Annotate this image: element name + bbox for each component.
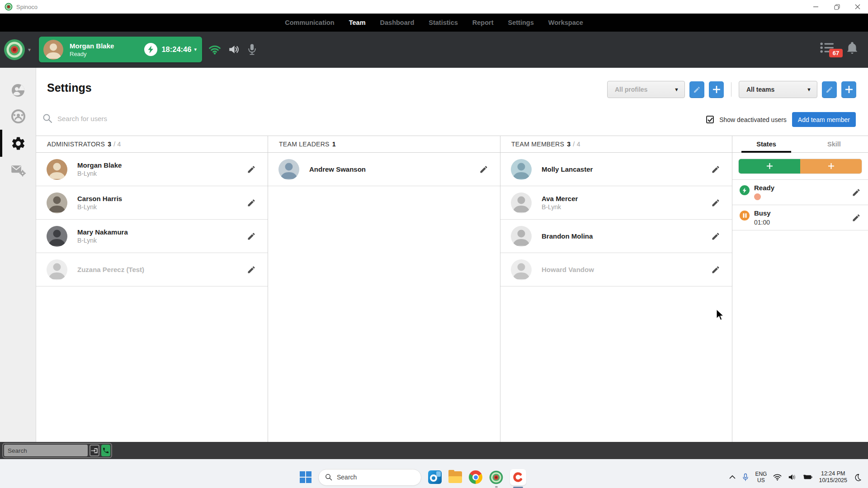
taskbar-spinoco[interactable]: [489, 470, 503, 484]
tab-states[interactable]: States: [732, 136, 800, 152]
user-name: Mary Nakamura: [77, 228, 128, 236]
edit-icon[interactable]: [852, 188, 861, 197]
current-user-card[interactable]: Morgan Blake Ready 18:24:46 ▾: [39, 37, 202, 62]
spinoco-target-icon: [4, 39, 25, 61]
add-team-button[interactable]: [841, 81, 856, 98]
tray-volume[interactable]: [788, 474, 796, 481]
bottom-call-bar: [0, 442, 868, 459]
tray-wifi[interactable]: [773, 474, 782, 481]
avatar: [278, 159, 299, 180]
tray-clock[interactable]: 12:24 PM 10/15/2025: [819, 470, 847, 484]
state-row-ready[interactable]: Ready: [732, 180, 868, 205]
tray-battery[interactable]: [802, 474, 812, 480]
nav-settings[interactable]: Settings: [508, 19, 534, 26]
edit-icon[interactable]: [247, 265, 256, 274]
edit-icon[interactable]: [711, 198, 720, 207]
windows-taskbar: Search: [0, 459, 868, 488]
user-name: Andrew Swanson: [309, 165, 366, 174]
edit-icon[interactable]: [852, 213, 861, 222]
nav-report[interactable]: Report: [472, 19, 494, 26]
user-row[interactable]: Howard Vandow: [500, 253, 732, 286]
user-row[interactable]: Andrew Swanson: [268, 153, 500, 186]
add-busy-state-button[interactable]: [800, 159, 862, 174]
teams-dropdown-value: All teams: [746, 86, 774, 93]
user-row[interactable]: Molly Lancaster: [500, 153, 732, 186]
taskbar-outlook[interactable]: [428, 470, 442, 484]
show-deactivated-checkbox[interactable]: [706, 116, 714, 123]
moon-icon: [854, 473, 862, 482]
nav-statistics[interactable]: Statistics: [429, 19, 458, 26]
filter-controls: All profiles ▼ All teams ▼: [607, 81, 856, 98]
brand-menu[interactable]: ▾: [4, 39, 31, 61]
dial-search-input[interactable]: [4, 445, 88, 456]
user-row[interactable]: Morgan Blake B-Lynk: [36, 153, 268, 186]
taskbar-file-explorer[interactable]: [448, 471, 462, 483]
speaker-icon[interactable]: [228, 44, 240, 55]
transfer-icon: [90, 447, 98, 454]
sidebar-item-settings[interactable]: [0, 136, 36, 151]
add-ready-state-button[interactable]: [739, 159, 800, 174]
edit-icon[interactable]: [711, 165, 720, 174]
column-count: 3: [567, 141, 571, 148]
add-profile-button[interactable]: [709, 81, 724, 98]
microphone-icon[interactable]: [247, 43, 257, 56]
nav-communication[interactable]: Communication: [285, 19, 335, 26]
user-row[interactable]: Zuzana Perecz (Test): [36, 253, 268, 286]
profiles-dropdown[interactable]: All profiles ▼: [607, 81, 685, 98]
ready-state-icon: [144, 43, 157, 56]
team-members-column: TEAM MEMBERS 3 / 4 Molly Lancaster: [500, 136, 732, 442]
edit-icon[interactable]: [247, 232, 256, 241]
start-button[interactable]: [300, 471, 311, 483]
battery-icon: [802, 474, 812, 480]
call-button[interactable]: [101, 445, 110, 456]
administrators-column: ADMINISTRATORS 3 / 4 Morgan Blake B-Lynk: [36, 136, 268, 442]
chevron-down-icon[interactable]: ▾: [194, 47, 197, 52]
user-row[interactable]: Brandon Molina: [500, 220, 732, 253]
wifi-icon[interactable]: [209, 45, 221, 55]
bell-icon[interactable]: [846, 42, 858, 54]
quick-dial-widget: [2, 443, 112, 458]
left-sidebar: [0, 68, 36, 442]
clock-date: 10/15/2025: [819, 477, 847, 484]
chevron-down-icon: ▼: [674, 87, 679, 92]
user-info: Morgan Blake Ready: [70, 42, 144, 58]
teams-dropdown[interactable]: All teams ▼: [739, 81, 817, 98]
tray-overflow-chevron[interactable]: [729, 475, 736, 479]
edit-icon[interactable]: [711, 232, 720, 241]
edit-teams-button[interactable]: [822, 81, 837, 98]
search-icon: [325, 474, 332, 481]
user-row[interactable]: Ava Mercer B-Lynk: [500, 186, 732, 220]
nav-dashboard[interactable]: Dashboard: [380, 19, 415, 26]
tray-night-mode[interactable]: [854, 473, 862, 482]
sidebar-item-team[interactable]: [0, 109, 36, 123]
sidebar-item-mail-settings[interactable]: [0, 164, 36, 177]
transfer-button[interactable]: [90, 445, 99, 456]
plus-icon: [767, 163, 773, 169]
restore-button[interactable]: [826, 0, 847, 14]
state-row-busy[interactable]: Busy 01:00: [732, 205, 868, 230]
edit-profiles-button[interactable]: [689, 81, 704, 98]
nav-team[interactable]: Team: [349, 19, 366, 26]
edit-icon[interactable]: [479, 165, 488, 174]
status-timer: 18:24:46: [161, 45, 191, 54]
sidebar-item-profile[interactable]: [0, 83, 36, 98]
edit-icon[interactable]: [247, 165, 256, 174]
nav-workspace[interactable]: Workspace: [548, 19, 583, 26]
tray-microphone[interactable]: [742, 473, 749, 482]
minimize-button[interactable]: [806, 0, 826, 14]
edit-icon[interactable]: [711, 265, 720, 274]
add-team-member-button[interactable]: Add team member: [792, 112, 856, 127]
tray-language[interactable]: ENG US: [755, 471, 767, 483]
edit-icon[interactable]: [247, 198, 256, 207]
search-users-input[interactable]: [57, 115, 329, 122]
taskbar-chrome[interactable]: [469, 470, 482, 484]
user-row[interactable]: Mary Nakamura B-Lynk: [36, 220, 268, 253]
tab-skill[interactable]: Skill: [800, 136, 868, 152]
queue-menu[interactable]: 67: [820, 42, 835, 56]
user-row[interactable]: Carson Harris B-Lynk: [36, 186, 268, 220]
close-button[interactable]: [847, 0, 868, 14]
state-name: Ready: [754, 184, 774, 192]
taskbar-search[interactable]: Search: [318, 469, 421, 486]
profile-pie-icon: [11, 83, 25, 98]
taskbar-camtasia[interactable]: [510, 469, 526, 485]
